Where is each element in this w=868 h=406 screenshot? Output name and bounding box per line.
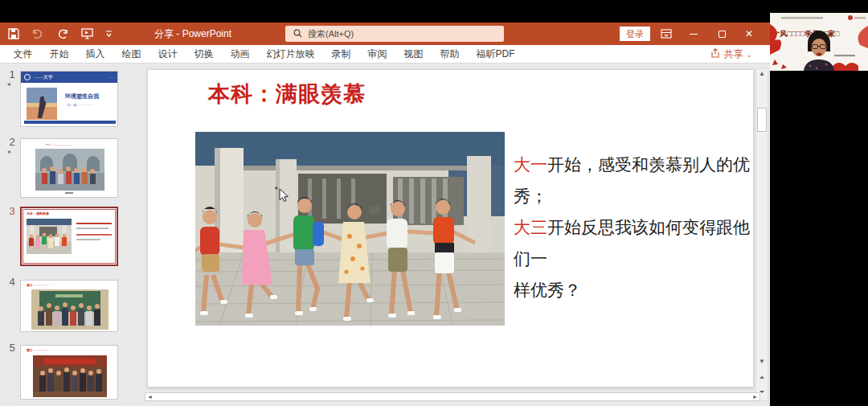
slide1-number: 1 [6,68,18,80]
undo-icon[interactable] [31,29,44,39]
animation-star-icon[interactable]: ✶ [6,149,12,156]
scroll-down-arrow[interactable]: ▼ [756,357,768,367]
slide2-number: 2 [6,136,18,148]
body-line-rest: 开始，感受和羡慕别人的优秀； [514,155,750,205]
tab-review[interactable]: 审阅 [359,47,395,61]
slide-thumbnail-2[interactable]: （一）⋯⋯⋯⋯⋯⋯⋯⋯ [20,138,118,198]
slide-thumbnail-1[interactable]: ⋯⋯大学 ⋯⋯ 环境塑造自我 20⋯级⋯⋯ ⋯⋯⋯ [20,71,118,127]
thumb4-title: 硕士：⋯⋯⋯⋯ [27,283,49,287]
scroll-right-arrow[interactable]: ► [751,393,760,400]
thumb1-title: 环境塑造自我 [65,92,99,100]
tab-view[interactable]: 视图 [395,47,432,61]
minimize-button[interactable] [682,23,706,45]
title-bar: 分享 - PowerPoint 搜索(Alt+Q) 登录 ✕ [0,23,770,45]
body-line: 样优秀？ [514,274,755,306]
search-placeholder: 搜索(Alt+Q) [308,28,354,40]
slide-photo[interactable] [195,132,505,326]
webcam-video-overlay[interactable]: “风□□□□学子□□家□ [770,13,868,71]
slide5-number: 5 [6,342,18,354]
previous-slide-button[interactable]: ⏶ [756,373,768,383]
slide-thumbnail-3-selected[interactable]: 本科：满眼羡慕 [20,207,118,266]
tab-file[interactable]: 文件 [5,47,41,61]
thumb1-subtitle: 20⋯级⋯⋯ ⋯⋯⋯ [67,103,94,107]
tab-design[interactable]: 设计 [149,47,186,61]
slide3-number: 3 [6,205,18,217]
screen: 分享 - PowerPoint 搜索(Alt+Q) 登录 ✕ 文件 开始 插入 … [0,0,868,406]
thumb2-caption: （一）⋯⋯⋯⋯⋯⋯⋯⋯ [43,143,72,146]
vertical-scrollbar[interactable]: ▲ ▼ ⏶ ⏷ [755,68,768,401]
vertical-scrollbar-thumb[interactable] [757,108,767,132]
start-slideshow-icon[interactable] [81,28,93,39]
tab-transitions[interactable]: 切换 [186,47,222,61]
body-line: 大一开始，感受和羡慕别人的优秀； [514,149,755,211]
slide-canvas[interactable]: 本科：满眼羡慕 [147,69,754,388]
save-icon[interactable] [8,28,19,39]
redo-icon[interactable] [56,29,69,39]
share-button[interactable]: 共享 ⌄ [710,45,752,64]
body-line-rest: 开始反思我该如何变得跟他们一 [514,218,750,268]
chevron-down-icon: ⌄ [746,51,752,59]
search-icon [293,29,302,39]
tab-animations[interactable]: 动画 [222,47,258,61]
thumb5-photo [33,355,107,397]
scroll-left-arrow[interactable]: ◄ [145,393,154,400]
slide4-number: 4 [6,276,18,288]
tab-home[interactable]: 开始 [41,47,77,61]
thumb5-title: 博士：⋯⋯⋯⋯ [27,348,49,352]
window-title: 分享 - PowerPoint [121,23,265,45]
tab-slideshow[interactable]: 幻灯片放映 [258,47,323,61]
search-input[interactable]: 搜索(Alt+Q) [285,26,504,42]
tab-insert[interactable]: 插入 [77,47,113,61]
quick-access-toolbar [8,23,113,45]
thumb3-text-line [76,228,108,229]
restore-button[interactable] [710,23,734,45]
tab-draw[interactable]: 绘图 [113,47,149,61]
thumb1-photo [27,88,57,120]
slide-thumbnail-5[interactable]: 博士：⋯⋯⋯⋯ [20,345,118,400]
thumb4-photo [31,289,108,330]
video-small-text-line [781,17,823,19]
thumb2-footnote-line [65,192,73,194]
horizontal-scrollbar[interactable]: ◄ ► [145,392,760,401]
university-logo-icon [24,74,31,80]
animation-star-icon[interactable]: ✶ [6,81,12,88]
customize-qat-icon[interactable] [105,31,113,37]
close-icon: ✕ [745,29,753,39]
thumb2-photo [35,149,104,191]
thumb1-header: ⋯⋯大学 ⋯⋯ [21,72,117,83]
body-line: 大三开始反思我该如何变得跟他们一 [514,211,755,274]
tab-record[interactable]: 录制 [323,47,359,61]
body-line-rest: 样优秀？ [514,281,581,299]
tab-help[interactable]: 帮助 [432,47,468,61]
thumb3-text-line [76,223,112,224]
body-line-lead: 大三 [514,218,547,236]
tab-foxit-pdf[interactable]: 福昕PDF [468,47,523,61]
thumb3-title: 本科：满眼羡慕 [27,211,49,215]
slide-thumbnail-4[interactable]: 硕士：⋯⋯⋯⋯ [20,280,118,332]
video-logo-icon [848,15,853,20]
thumb3-text-line [76,239,100,240]
slide-title[interactable]: 本科：满眼羡慕 [208,80,366,109]
thumb3-text-line [76,234,112,236]
video-banner-text: “风□□□□学子□□家□ [776,30,840,38]
body-line-lead: 大一 [514,155,547,174]
login-button[interactable]: 登录 [620,27,650,41]
person-mouth [817,53,821,56]
thumb1-header-text: ⋯⋯大学 [34,74,53,81]
close-button[interactable]: ✕ [737,23,761,45]
powerpoint-window: 分享 - PowerPoint 搜索(Alt+Q) 登录 ✕ 文件 开始 插入 … [0,23,770,406]
thumb3-photo [27,219,72,254]
slide-thumbnail-panel: 1 ✶ ⋯⋯大学 ⋯⋯ 环境塑造自我 20⋯级⋯⋯ ⋯⋯⋯ [0,64,141,406]
slide-body-textbox[interactable]: 大一开始，感受和羡慕别人的优秀； 大三开始反思我该如何变得跟他们一 样优秀？ [514,149,755,306]
ribbon-tab-bar: 文件 开始 插入 绘图 设计 切换 动画 幻灯片放映 录制 审阅 视图 帮助 福… [0,45,770,64]
thumb1-header-side: ⋯⋯ [108,76,114,80]
ribbon-display-options-button[interactable] [654,23,678,45]
thumb1-footer-bar [24,121,116,124]
share-icon [710,48,720,60]
workspace: 1 ✶ ⋯⋯大学 ⋯⋯ 环境塑造自我 20⋯级⋯⋯ ⋯⋯⋯ [0,64,770,406]
video-small-text-line [834,55,855,56]
share-label: 共享 [723,47,743,61]
scroll-up-arrow[interactable]: ▲ [756,69,768,79]
